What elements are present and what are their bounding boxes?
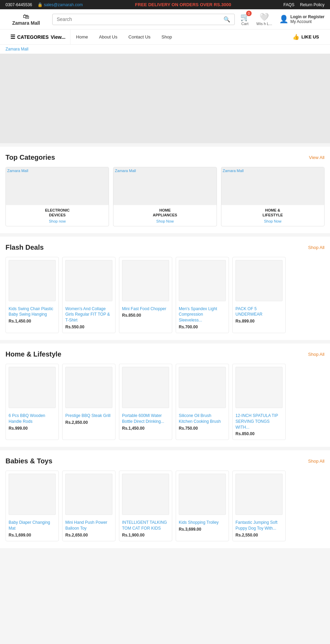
categories-section-header: Top Categories View All	[6, 154, 324, 161]
nav-about[interactable]: About Us	[94, 30, 123, 44]
product-card[interactable]: 6 Pcs BBQ Wooden Handle Rods Rs.999.00	[6, 364, 59, 440]
wishlist-button[interactable]: 🤍 Wis h L...	[256, 13, 272, 26]
flash-deals-products: Kids Swing Chair Plastic Baby Swing Hang…	[6, 257, 324, 333]
product-info: Men's Spandex Light Compression Sleevele…	[176, 304, 229, 333]
product-card[interactable]: Kids Swing Chair Plastic Baby Swing Hang…	[6, 257, 59, 333]
top-bar-right: FAQS Return Policy	[284, 2, 324, 7]
product-card[interactable]: 12-INCH SPATULA TIP SERVING TONGS WITH..…	[232, 364, 286, 440]
product-name: Silicone Oil Brush Kitchen Cooking Brush	[179, 413, 226, 425]
header: 🛍 Zamara Mall 🔍 🛒 0 Cart 🤍 Wis h L... 👤 …	[0, 9, 330, 30]
nav-contact[interactable]: Contact Us	[123, 30, 156, 44]
cat-logo: Zamara Mall	[223, 169, 244, 173]
cart-button[interactable]: 🛒 0 Cart	[240, 13, 250, 26]
product-card[interactable]: Mini Hand Push Power Balloon Toy Rs.2,65…	[62, 471, 116, 541]
category-shop-appliances[interactable]: Shop Now	[115, 219, 215, 223]
home-lifestyle-section: Home & Lifestyle Shop All 6 Pcs BBQ Wood…	[0, 343, 330, 447]
product-card[interactable]: Mini Fast Food Chopper Rs.850.00	[119, 257, 172, 333]
category-shop-lifestyle[interactable]: Shop Now	[223, 219, 323, 223]
product-card[interactable]: Portable 600Ml Water Bottle Direct Drink…	[119, 364, 172, 440]
category-shop-electronics[interactable]: Shop now	[7, 219, 107, 223]
product-card[interactable]: PACK OF 5 UNDERWEAR Rs.899.00	[232, 257, 286, 333]
header-actions: 🛒 0 Cart 🤍 Wis h L... 👤 Login or Registe…	[240, 13, 324, 26]
product-price: Rs.850.00	[122, 313, 169, 318]
category-card-electronics[interactable]: Zamara Mall ELECTRONICDEVICES Shop now	[6, 167, 109, 226]
babies-toys-section: Babies & Toys Shop All Baby Diaper Chang…	[0, 450, 330, 548]
product-name: Kids Shopping Trolley	[179, 520, 226, 526]
cart-badge: 0	[246, 11, 252, 16]
nav-links: Home About Us Contact Us Shop	[70, 30, 287, 44]
product-card[interactable]: Men's Spandex Light Compression Sleevele…	[176, 257, 229, 333]
product-img	[65, 474, 112, 515]
product-img	[122, 474, 169, 515]
shop-all-babies[interactable]: Shop All	[308, 459, 324, 464]
hero-banner	[0, 54, 330, 143]
babies-toys-header: Babies & Toys Shop All	[6, 457, 324, 465]
categories-label: CATEGORIES	[17, 34, 49, 40]
like-us-button[interactable]: 👍 LIKE US	[287, 30, 324, 44]
account-login: Login or Register	[290, 14, 324, 19]
home-lifestyle-header: Home & Lifestyle Shop All	[6, 350, 324, 358]
shop-all-lifestyle[interactable]: Shop All	[308, 352, 324, 357]
category-img-appliances: Zamara Mall	[113, 167, 216, 205]
product-img	[65, 260, 112, 301]
product-price: Rs.1,900.00	[122, 533, 169, 538]
product-info: 6 Pcs BBQ Wooden Handle Rods Rs.999.00	[6, 411, 58, 434]
product-info: Portable 600Ml Water Bottle Direct Drink…	[119, 411, 172, 434]
promo-banner: FREE DELIVERY ON ORDERS OVER RS.3000	[135, 2, 231, 7]
product-name: Mini Hand Push Power Balloon Toy	[65, 520, 112, 531]
product-price: Rs.850.00	[235, 431, 283, 436]
product-name: Portable 600Ml Water Bottle Direct Drink…	[122, 413, 169, 425]
search-bar[interactable]: 🔍	[52, 14, 235, 25]
category-img-lifestyle: Zamara Mall	[221, 167, 324, 205]
product-card[interactable]: Kids Shopping Trolley Rs.3,699.00	[176, 471, 229, 541]
product-card[interactable]: Women's And Collage Girls Regular FIT TO…	[62, 257, 116, 333]
categories-sub: View...	[51, 34, 66, 40]
search-input[interactable]	[57, 16, 221, 22]
product-name: Kids Swing Chair Plastic Baby Swing Hang…	[9, 306, 56, 318]
category-name-lifestyle: HOME &LIFESTYLE	[223, 208, 323, 218]
product-card[interactable]: Silicone Oil Brush Kitchen Cooking Brush…	[176, 364, 229, 440]
flash-deals-section: Flash Deals Shop All Kids Swing Chair Pl…	[0, 237, 330, 340]
faqs-link[interactable]: FAQS	[284, 2, 295, 7]
product-price: Rs.1,450.00	[9, 319, 56, 324]
product-info: Fantastic Jumping Soft Puppy Dog Toy Wit…	[233, 518, 285, 541]
product-img	[9, 367, 56, 408]
nav-shop[interactable]: Shop	[156, 30, 177, 44]
return-policy-link[interactable]: Return Policy	[300, 2, 324, 7]
product-price: Rs.2,650.00	[65, 533, 112, 538]
search-icon[interactable]: 🔍	[223, 16, 230, 23]
product-card[interactable]: INTELLIGENT TALKING TOM CAT FOR KIDS Rs.…	[119, 471, 172, 541]
account-my-account: My Account	[290, 19, 324, 24]
category-info-appliances: HOMEAPPLIANCES Shop Now	[113, 205, 216, 226]
email-address: 🔒 sales@zamarah.com	[37, 2, 82, 7]
product-card[interactable]: Baby Diaper Changing Mat Rs.1,699.00	[6, 471, 59, 541]
view-all-categories[interactable]: View All	[309, 155, 324, 160]
product-name: INTELLIGENT TALKING TOM CAT FOR KIDS	[122, 520, 169, 531]
logo[interactable]: 🛍 Zamara Mall	[6, 13, 47, 26]
shop-all-flash[interactable]: Shop All	[308, 245, 324, 250]
top-categories-title: Top Categories	[6, 154, 55, 161]
product-img	[179, 474, 226, 515]
product-img	[9, 474, 56, 515]
account-button[interactable]: 👤 Login or Register My Account	[279, 14, 324, 24]
product-card[interactable]: Prestige BBQ Steak Grill Rs.2,850.00	[62, 364, 116, 440]
cart-label: Cart	[241, 22, 249, 26]
category-name-electronics: ELECTRONICDEVICES	[7, 208, 107, 218]
product-price: Rs.550.00	[65, 325, 112, 329]
product-info: Mini Hand Push Power Balloon Toy Rs.2,65…	[63, 518, 115, 541]
product-name: 6 Pcs BBQ Wooden Handle Rods	[9, 413, 56, 425]
product-name: 12-INCH SPATULA TIP SERVING TONGS WITH..…	[235, 413, 283, 430]
breadcrumb-text[interactable]: Zamara Mall	[6, 47, 29, 52]
product-card[interactable]: Fantastic Jumping Soft Puppy Dog Toy Wit…	[232, 471, 286, 541]
product-info: INTELLIGENT TALKING TOM CAT FOR KIDS Rs.…	[119, 518, 172, 541]
category-info-electronics: ELECTRONICDEVICES Shop now	[6, 205, 109, 226]
like-us-label: LIKE US	[301, 34, 319, 39]
product-info: Women's And Collage Girls Regular FIT TO…	[63, 304, 115, 333]
category-card-appliances[interactable]: Zamara Mall HOMEAPPLIANCES Shop Now	[113, 167, 217, 226]
cat-logo: Zamara Mall	[115, 169, 136, 173]
categories-button[interactable]: ☰ CATEGORIES View...	[6, 30, 70, 44]
nav-home[interactable]: Home	[70, 30, 94, 44]
product-name: PACK OF 5 UNDERWEAR	[235, 306, 283, 318]
category-card-lifestyle[interactable]: Zamara Mall HOME &LIFESTYLE Shop Now	[221, 167, 324, 226]
product-price: Rs.3,699.00	[179, 527, 226, 532]
